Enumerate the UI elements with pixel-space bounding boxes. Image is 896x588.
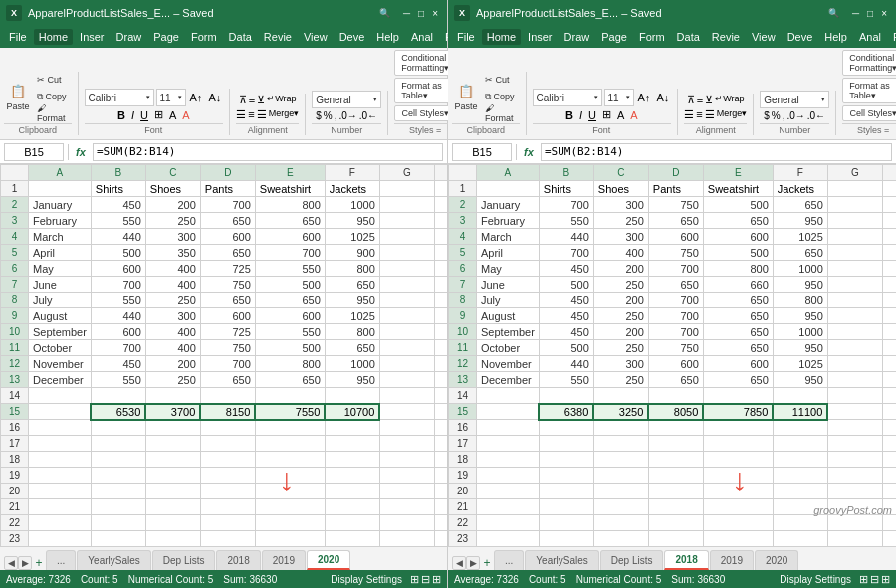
empty-cell[interactable]: [255, 452, 325, 468]
empty-cell[interactable]: [827, 515, 882, 531]
empty-cell[interactable]: [539, 468, 593, 484]
data-cell[interactable]: 450: [91, 356, 145, 372]
data-cell[interactable]: 1000: [325, 356, 379, 372]
tab-nav-right[interactable]: ▶: [466, 556, 480, 570]
border-btn[interactable]: ⊞: [152, 108, 165, 121]
data-cell[interactable]: 650: [648, 213, 703, 229]
sum-cell[interactable]: 7550: [255, 404, 325, 420]
header-cell-6[interactable]: [827, 181, 882, 197]
empty-cell[interactable]: [703, 420, 773, 436]
view-btn-1[interactable]: ⊟: [421, 573, 430, 586]
align-top-btn[interactable]: ⊼: [239, 94, 247, 106]
col-header-E[interactable]: E: [703, 165, 773, 181]
empty-cell[interactable]: [379, 213, 434, 229]
row-header-6[interactable]: 6: [449, 261, 477, 277]
empty-cell[interactable]: [703, 468, 773, 484]
empty-cell[interactable]: [434, 499, 447, 515]
empty-cell[interactable]: [827, 468, 882, 484]
data-cell[interactable]: 650: [255, 213, 325, 229]
format-as-table-btn[interactable]: Format as Table▾: [394, 78, 456, 103]
empty-cell[interactable]: [703, 484, 773, 499]
data-cell[interactable]: 750: [648, 340, 703, 356]
data-cell[interactable]: 550: [539, 372, 593, 388]
empty-cell[interactable]: [593, 436, 648, 452]
empty-cell[interactable]: [882, 531, 896, 547]
row-header-17[interactable]: 17: [1, 436, 29, 452]
data-cell[interactable]: 440: [91, 308, 145, 324]
month-cell[interactable]: October: [477, 340, 540, 356]
menu-item-data[interactable]: Data: [672, 29, 705, 45]
data-cell[interactable]: 700: [648, 324, 703, 340]
title-search[interactable]: 🔍: [828, 8, 839, 18]
data-cell[interactable]: 650: [773, 197, 827, 213]
empty-cell[interactable]: [325, 436, 379, 452]
empty-cell[interactable]: [200, 499, 255, 515]
currency-btn[interactable]: $: [316, 110, 322, 121]
data-cell[interactable]: 660: [703, 277, 773, 293]
row-header-10[interactable]: 10: [449, 324, 477, 340]
menu-item-inser[interactable]: Inser: [523, 29, 557, 45]
data-cell[interactable]: 700: [648, 308, 703, 324]
data-cell[interactable]: 450: [539, 293, 593, 308]
row-header-14[interactable]: 14: [449, 388, 477, 404]
empty-cell[interactable]: [379, 468, 434, 484]
data-cell[interactable]: 650: [200, 245, 255, 261]
empty-cell[interactable]: [593, 388, 648, 404]
empty-cell[interactable]: [882, 229, 896, 245]
empty-cell[interactable]: [882, 452, 896, 468]
empty-cell[interactable]: [91, 499, 145, 515]
cut-btn[interactable]: ✂ Cut: [34, 72, 72, 88]
data-cell[interactable]: 300: [593, 356, 648, 372]
empty-cell[interactable]: [379, 261, 434, 277]
empty-cell[interactable]: [773, 484, 827, 499]
menu-item-anal[interactable]: Anal: [854, 29, 886, 45]
empty-cell[interactable]: [200, 452, 255, 468]
data-cell[interactable]: 800: [703, 261, 773, 277]
data-cell[interactable]: 500: [703, 245, 773, 261]
empty-cell[interactable]: [379, 499, 434, 515]
month-cell[interactable]: June: [29, 277, 92, 293]
data-cell[interactable]: 440: [539, 356, 593, 372]
header-cell-3[interactable]: Pants: [648, 181, 703, 197]
empty-cell[interactable]: [827, 356, 882, 372]
empty-cell[interactable]: [477, 420, 540, 436]
data-cell[interactable]: 650: [703, 293, 773, 308]
empty-cell[interactable]: [827, 388, 882, 404]
empty-cell[interactable]: [379, 324, 434, 340]
data-cell[interactable]: 650: [325, 340, 379, 356]
empty-cell[interactable]: [773, 468, 827, 484]
data-cell[interactable]: 650: [648, 372, 703, 388]
empty-cell[interactable]: [91, 484, 145, 499]
data-cell[interactable]: 250: [593, 372, 648, 388]
menu-item-deve[interactable]: Deve: [783, 29, 818, 45]
align-bottom-btn[interactable]: ⊻: [705, 94, 713, 106]
empty-cell[interactable]: [145, 436, 200, 452]
empty-cell[interactable]: [882, 261, 896, 277]
cell-styles-btn[interactable]: Cell Styles▾: [842, 105, 896, 121]
data-cell[interactable]: 650: [703, 213, 773, 229]
row-header-17[interactable]: 17: [449, 436, 477, 452]
empty-cell[interactable]: [827, 245, 882, 261]
empty-cell[interactable]: [703, 436, 773, 452]
decrease-decimal-btn[interactable]: .0←: [807, 110, 825, 121]
empty-cell[interactable]: [703, 531, 773, 547]
empty-cell[interactable]: [379, 308, 434, 324]
data-cell[interactable]: 800: [255, 356, 325, 372]
data-cell[interactable]: 950: [773, 372, 827, 388]
wrap-btn[interactable]: ↵Wrap: [715, 94, 744, 106]
data-cell[interactable]: 200: [145, 197, 200, 213]
row-header-20[interactable]: 20: [449, 484, 477, 499]
font-family-dropdown[interactable]: Calibri ▾: [85, 89, 154, 106]
close-btn[interactable]: ×: [878, 8, 890, 19]
empty-cell[interactable]: [434, 324, 447, 340]
empty-cell[interactable]: [379, 197, 434, 213]
empty-cell[interactable]: [648, 468, 703, 484]
sheet-tab-...[interactable]: ...: [46, 550, 76, 570]
empty-cell[interactable]: [648, 515, 703, 531]
data-cell[interactable]: 200: [593, 293, 648, 308]
empty-cell[interactable]: [145, 452, 200, 468]
data-cell[interactable]: 500: [703, 197, 773, 213]
align-left-btn[interactable]: ☰: [236, 108, 246, 121]
month-cell[interactable]: February: [477, 213, 540, 229]
data-cell[interactable]: 550: [91, 213, 145, 229]
